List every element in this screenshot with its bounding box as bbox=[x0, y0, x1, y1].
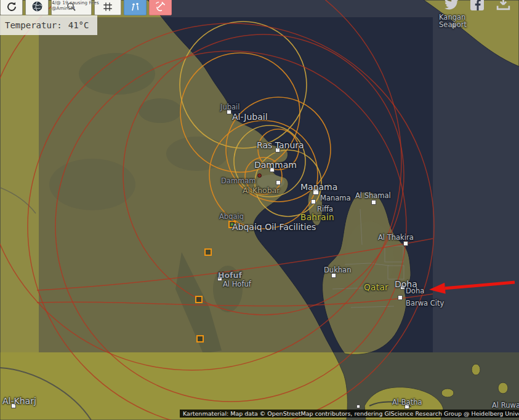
download-button[interactable] bbox=[495, 0, 512, 12]
city-marker bbox=[403, 241, 408, 246]
twitter-share-button[interactable] bbox=[443, 0, 460, 12]
place-label: Seaport bbox=[439, 20, 467, 29]
place-label: Manama bbox=[320, 194, 351, 202]
city-dot-marker bbox=[257, 173, 262, 178]
figures-icon bbox=[130, 1, 141, 12]
map-application: 4/@ 19 causing fires @AmirGM Temperatur:… bbox=[0, 0, 519, 420]
place-label: Al Hofuf bbox=[223, 280, 251, 288]
satellite-icon bbox=[155, 1, 166, 12]
globe-button[interactable] bbox=[25, 0, 49, 15]
temperature-label: Temperatur: bbox=[5, 20, 62, 30]
place-label: Al Khobar bbox=[243, 186, 280, 195]
map-attribution: Kartenmaterial: Map data © OpenStreetMap… bbox=[180, 410, 519, 418]
place-label: Bahrain bbox=[300, 212, 334, 222]
globe-icon bbox=[31, 1, 43, 12]
place-label: Barwa City bbox=[406, 299, 444, 307]
place-label: Dukhan bbox=[324, 266, 351, 274]
target-square bbox=[204, 248, 212, 256]
place-label: Al Shamal bbox=[355, 191, 391, 200]
blue-layer-button[interactable] bbox=[124, 0, 147, 15]
city-marker bbox=[371, 200, 376, 205]
temperature-value: 41°C bbox=[68, 20, 89, 30]
target-square bbox=[195, 296, 203, 303]
place-label: Jubail bbox=[220, 103, 239, 111]
place-label: Al Thakira bbox=[378, 233, 414, 242]
place-label: Ras Tanura bbox=[257, 140, 304, 150]
city-marker bbox=[356, 405, 360, 408]
download-icon bbox=[495, 0, 512, 12]
facebook-icon bbox=[470, 0, 485, 11]
map-canvas[interactable] bbox=[0, 0, 519, 420]
satellite-layer-button[interactable] bbox=[149, 0, 172, 15]
target-square bbox=[196, 335, 204, 343]
refresh-button[interactable] bbox=[0, 0, 23, 15]
place-label: Al-Jubail bbox=[232, 112, 268, 122]
place-label: Abqaiq bbox=[219, 212, 244, 221]
grid-button[interactable] bbox=[94, 0, 121, 15]
place-label: Manama bbox=[300, 182, 337, 192]
twitter-icon bbox=[443, 0, 460, 12]
place-label: Al Ruwais bbox=[492, 401, 519, 410]
city-marker bbox=[398, 295, 403, 300]
place-label: Hofuf bbox=[218, 271, 242, 280]
temperature-readout: Temperatur: 41°C bbox=[0, 15, 97, 35]
city-marker bbox=[311, 199, 316, 204]
place-label: Abqaiq Oil Facilities bbox=[232, 222, 316, 232]
place-label: Dammam bbox=[254, 160, 297, 170]
magnifier-icon bbox=[66, 1, 77, 12]
refresh-icon bbox=[6, 1, 17, 12]
facebook-share-button[interactable] bbox=[470, 0, 485, 11]
city-marker bbox=[276, 180, 281, 185]
toolbar bbox=[0, 0, 172, 15]
grid-icon bbox=[102, 1, 113, 12]
place-label: Al Batha bbox=[392, 398, 422, 406]
place-label: Qatar bbox=[364, 282, 388, 292]
place-label: Al-Kharj bbox=[2, 396, 36, 406]
search-button[interactable] bbox=[51, 0, 92, 15]
place-label: Doha bbox=[406, 287, 424, 295]
place-label: Dammam bbox=[221, 176, 256, 185]
